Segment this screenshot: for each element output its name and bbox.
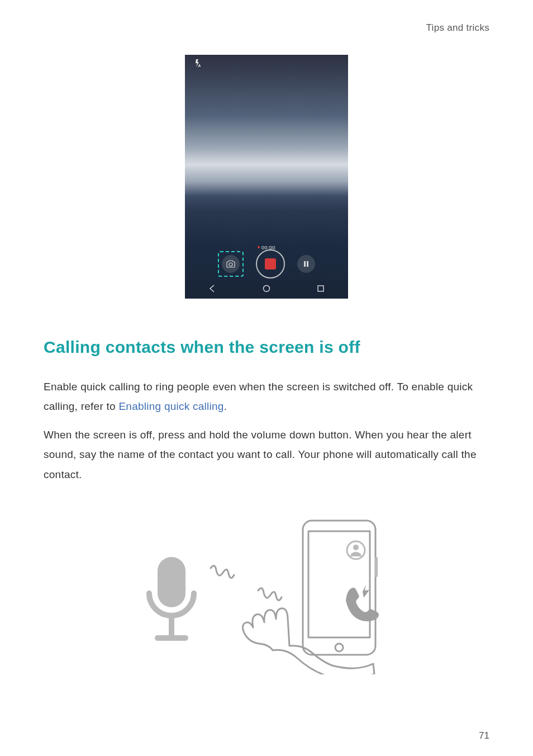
paragraph-1-text-b: . <box>224 400 227 412</box>
nav-back-icon[interactable] <box>208 285 216 295</box>
figure-screenshot-container: 00:00 <box>44 55 489 299</box>
highlighted-snapshot-button <box>218 251 244 277</box>
microphone-icon <box>149 557 194 638</box>
figure-illustration-container <box>44 507 489 674</box>
record-button-slot <box>256 249 285 278</box>
svg-rect-9 <box>308 531 370 637</box>
avatar-icon <box>347 541 365 559</box>
pause-icon <box>303 261 309 267</box>
camera-icon <box>226 260 235 268</box>
nav-recents-icon[interactable] <box>317 285 325 295</box>
svg-point-0 <box>229 263 232 266</box>
camera-recording-screenshot: 00:00 <box>185 55 348 299</box>
paragraph-1: Enable quick calling to ring people even… <box>44 377 489 416</box>
svg-rect-2 <box>307 261 308 267</box>
flash-auto-icon <box>194 59 201 68</box>
document-page: Tips and tricks 00:00 <box>0 0 533 756</box>
svg-rect-1 <box>304 261 306 267</box>
svg-rect-4 <box>318 286 323 291</box>
pause-button[interactable] <box>297 255 315 273</box>
enabling-quick-calling-link[interactable]: Enabling quick calling <box>118 400 223 412</box>
motion-lines-icon <box>211 566 282 601</box>
record-button[interactable] <box>256 249 285 278</box>
quick-call-illustration <box>138 507 395 674</box>
pause-button-slot <box>297 255 315 273</box>
camera-controls-row <box>185 249 348 278</box>
recording-indicator-dot <box>258 246 260 248</box>
snapshot-button[interactable] <box>222 255 240 273</box>
page-number: 71 <box>479 730 489 741</box>
header-section-label: Tips and tricks <box>44 22 489 34</box>
svg-rect-5 <box>158 557 185 607</box>
svg-point-10 <box>335 644 343 651</box>
paragraph-2: When the screen is off, press and hold t… <box>44 425 489 484</box>
nav-home-icon[interactable] <box>263 285 270 295</box>
quick-call-icon <box>346 585 379 621</box>
flash-auto-icon <box>194 59 201 67</box>
phone-outline-icon <box>303 521 379 655</box>
android-navbar <box>185 281 348 299</box>
paragraph-1-text-a: Enable quick calling to ring people even… <box>44 381 473 412</box>
svg-point-13 <box>353 545 359 550</box>
svg-rect-11 <box>375 557 378 577</box>
section-heading: Calling contacts when the screen is off <box>44 338 489 357</box>
stop-record-icon <box>265 258 276 270</box>
svg-point-3 <box>263 286 269 292</box>
